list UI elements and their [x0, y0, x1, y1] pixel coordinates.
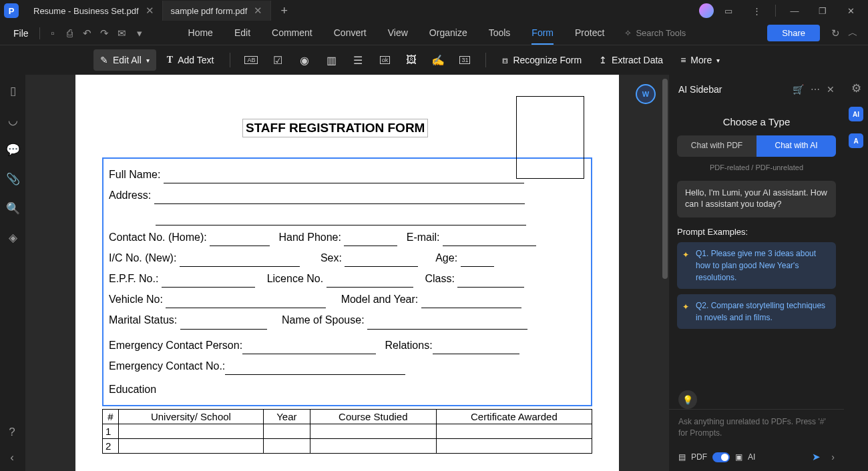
menu-icon: ≡ [680, 55, 686, 65]
edit-all-label: Edit All [113, 55, 142, 65]
prompt-examples-title: Prompt Examples: [677, 227, 836, 237]
label-class: Class: [425, 273, 454, 284]
add-text-button[interactable]: T Add Text [160, 49, 221, 71]
chat-mode-toggle: Chat with PDF Chat with AI [677, 135, 836, 157]
save-icon[interactable]: ▫ [44, 25, 61, 42]
search-tools[interactable]: ✧ Search Tools [624, 28, 686, 38]
dropdown-field-icon[interactable]: ▥ [320, 51, 343, 69]
collapse-icon[interactable]: ︿ [844, 25, 861, 42]
close-icon[interactable]: ✕ [827, 84, 835, 95]
expand-icon[interactable]: › [831, 452, 835, 462]
undo-icon[interactable]: ↶ [79, 25, 96, 42]
close-icon[interactable]: ✕ [146, 5, 154, 17]
dropdown-icon[interactable]: ▾ [131, 25, 148, 42]
mode-toggle[interactable] [712, 452, 730, 462]
maximize-button[interactable]: ❐ [809, 0, 836, 21]
more-label: More [690, 55, 712, 65]
tab-resume[interactable]: Resume - Business Set.pdf ✕ [25, 1, 163, 21]
bulb-icon[interactable]: 💡 [678, 390, 697, 409]
avatar[interactable] [699, 3, 714, 18]
image-field-icon[interactable]: 🖼 [400, 51, 423, 69]
thumbnail-icon[interactable]: ▯ [6, 84, 19, 97]
menu-view[interactable]: View [388, 22, 408, 45]
menu-organize[interactable]: Organize [429, 22, 467, 45]
menu-protect[interactable]: Protect [575, 22, 604, 45]
more-button[interactable]: ≡ More ▾ [674, 49, 726, 71]
print-icon[interactable]: ⎙ [61, 25, 79, 42]
cloud-icon[interactable]: ↻ [827, 25, 844, 42]
extract-data-button[interactable]: ↥ Extract Data [592, 49, 670, 71]
chat-pdf-button[interactable]: Chat with PDF [677, 135, 756, 157]
help-icon[interactable]: ? [5, 426, 19, 439]
share-button[interactable]: Share [767, 25, 820, 41]
chat-icon[interactable]: ▭ [715, 0, 742, 21]
label-contact-home: Contact No. (Home): [109, 231, 207, 243]
label-address: Address: [109, 189, 151, 201]
back-icon[interactable]: ‹ [5, 451, 19, 464]
pencil-icon: ✎ [100, 55, 108, 65]
textfield-icon[interactable]: AB [240, 51, 262, 69]
document-area[interactable]: STAFF REGISTRATION FORM Full Name: Addre… [25, 75, 669, 471]
minimize-button[interactable]: — [781, 0, 808, 21]
label-email: E-mail: [407, 231, 440, 243]
recognize-form-button[interactable]: ⧈ Recognize Form [495, 49, 588, 71]
greeting-message: Hello, I'm Lumi, your AI assistant. How … [677, 181, 836, 217]
right-rail: ⚙ AI A [844, 75, 868, 471]
add-text-label: Add Text [178, 55, 214, 65]
close-button[interactable]: ✕ [837, 0, 864, 21]
list-icon[interactable]: ☰ [347, 51, 369, 69]
layers-icon[interactable]: ◈ [6, 231, 19, 244]
kebab-icon[interactable]: ⋮ [743, 0, 770, 21]
edit-all-button[interactable]: ✎ Edit All ▾ [93, 49, 156, 71]
add-tab-button[interactable]: + [271, 4, 297, 18]
menu-edit[interactable]: Edit [234, 22, 250, 45]
form-title: STAFF REGISTRATION FORM [242, 119, 428, 137]
label-epf: E.P.F. No.: [109, 273, 158, 284]
settings-icon[interactable]: ⚙ [849, 81, 863, 95]
chat-placeholder: Ask anything unrelated to PDFs. Press '#… [678, 416, 835, 439]
chat-ai-button[interactable]: Chat with AI [756, 135, 836, 157]
menu-convert[interactable]: Convert [334, 22, 367, 45]
send-icon[interactable]: ➤ [812, 451, 821, 463]
label-sex: Sex: [320, 252, 342, 264]
menu-bar: File ▫ ⎙ ↶ ↷ ✉ ▾ Home Edit Comment Conve… [0, 21, 868, 45]
menu-home[interactable]: Home [188, 22, 213, 45]
mode-subtitle: PDF-related / PDF-unrelated [677, 163, 836, 171]
tab-sample[interactable]: sample pdf form.pdf ✕ [163, 1, 272, 21]
radio-icon[interactable]: ◉ [293, 51, 316, 69]
date-icon[interactable]: 31 [453, 51, 476, 69]
recognize-label: Recognize Form [513, 55, 582, 65]
signature-icon[interactable]: ✍ [427, 51, 449, 69]
file-menu[interactable]: File [7, 28, 35, 39]
close-icon[interactable]: ✕ [254, 5, 262, 17]
scrollbar[interactable] [662, 79, 668, 279]
label-licence: Licence No. [267, 273, 324, 284]
text-icon: T [167, 55, 173, 65]
upload-icon: ↥ [599, 55, 607, 65]
mail-icon[interactable]: ✉ [114, 25, 131, 42]
search-icon[interactable]: 🔍 [6, 201, 19, 215]
ai-pill[interactable]: AI [849, 107, 863, 121]
left-rail: ▯ ◡ 💬 📎 🔍 ◈ ? ‹ [0, 75, 25, 471]
button-field-icon[interactable]: ok [373, 51, 396, 69]
search-tools-label: Search Tools [636, 28, 686, 38]
cart-icon[interactable]: 🛒 [793, 84, 804, 95]
prompt-example-2[interactable]: Q2. Compare storytelling techniques in n… [677, 294, 836, 329]
attachment-icon[interactable]: 📎 [6, 172, 19, 185]
floating-badge[interactable]: W [636, 84, 656, 104]
chat-input-area[interactable]: Ask anything unrelated to PDFs. Press '#… [669, 409, 844, 446]
menu-form[interactable]: Form [531, 22, 554, 45]
more-icon[interactable]: ⋯ [811, 84, 820, 95]
redo-icon[interactable]: ↷ [96, 25, 114, 42]
comment-icon[interactable]: 💬 [6, 143, 19, 156]
at-pill[interactable]: A [849, 133, 863, 148]
menu-tools[interactable]: Tools [489, 22, 511, 45]
prompt-example-1[interactable]: Q1. Please give me 3 ideas about how to … [677, 242, 836, 289]
checkbox-icon[interactable]: ☑ [266, 51, 289, 69]
bookmark-icon[interactable]: ◡ [6, 113, 19, 127]
label-emerg-no: Emergency Contact No.: [109, 360, 225, 372]
chevron-down-icon: ▾ [716, 57, 720, 64]
pdf-page: STAFF REGISTRATION FORM Full Name: Addre… [75, 75, 619, 471]
menu-comment[interactable]: Comment [272, 22, 312, 45]
label-spouse: Name of Spouse: [282, 314, 365, 326]
